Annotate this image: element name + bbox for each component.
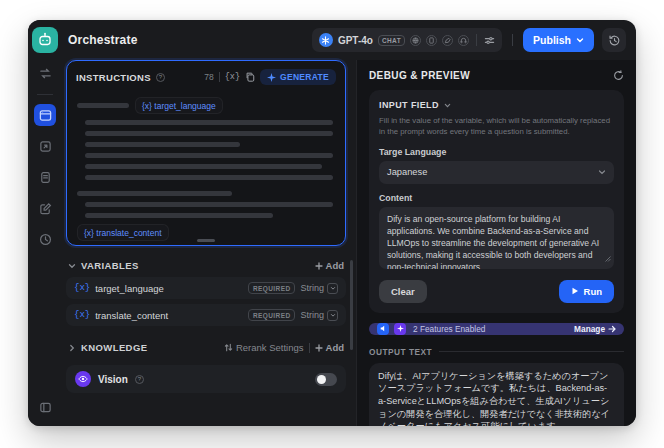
debug-preview-panel: DEBUG & PREVIEW INPUT FIELD Fill in the … xyxy=(356,60,636,426)
copy-icon[interactable] xyxy=(245,72,255,82)
rerank-settings-button[interactable]: Rerank Settings xyxy=(224,342,304,353)
history-clock-icon xyxy=(608,34,621,47)
openai-logo-icon xyxy=(319,33,333,47)
generate-label: GENERATE xyxy=(280,72,329,82)
version-history-button[interactable] xyxy=(602,28,626,52)
restart-icon[interactable] xyxy=(613,70,624,81)
collapse-sidebar-icon[interactable] xyxy=(34,396,56,418)
chevron-down-icon xyxy=(598,168,606,176)
model-selector[interactable]: GPT-4o CHAT xyxy=(312,28,502,52)
instructions-title: INSTRUCTIONS xyxy=(76,72,151,83)
run-label: Run xyxy=(584,286,602,297)
knowledge-header[interactable]: KNOWLEDGE Rerank Settings Add xyxy=(68,342,344,353)
capability-audio-icon xyxy=(458,35,469,46)
resize-corner-icon[interactable] xyxy=(605,253,611,265)
output-divider xyxy=(439,351,624,352)
suggest-feature-icon xyxy=(394,323,406,335)
plus-icon xyxy=(315,344,323,352)
instructions-body[interactable]: {x} target_language {x} translate_conten… xyxy=(67,89,345,245)
input-field-title: INPUT FIELD xyxy=(379,100,439,110)
plus-icon xyxy=(315,262,323,270)
required-badge: REQUIRED xyxy=(248,282,296,294)
left-rail xyxy=(28,20,62,426)
help-icon[interactable]: ? xyxy=(135,375,144,384)
clear-button[interactable]: Clear xyxy=(379,280,427,303)
rerank-icon xyxy=(224,343,233,352)
generate-button[interactable]: GENERATE xyxy=(260,69,336,85)
type-select-icon xyxy=(327,283,338,294)
language-select-value: Japanese xyxy=(387,167,598,177)
content-textarea[interactable]: Dify is an open-source platform for buil… xyxy=(379,207,614,269)
capability-document-icon xyxy=(426,35,437,46)
insert-variable-icon[interactable]: {x} xyxy=(225,72,240,82)
switch-app-icon[interactable] xyxy=(34,62,56,84)
model-name: GPT-4o xyxy=(338,35,373,46)
app-avatar-robot-icon[interactable] xyxy=(32,27,58,53)
features-bar[interactable]: 2 Features Enabled Manage xyxy=(369,323,624,335)
pill-divider xyxy=(476,34,477,46)
rail-divider xyxy=(37,94,53,95)
output-text-card: Difyは、AIアプリケーションを構築するためのオープンソースプラットフォームで… xyxy=(369,363,624,426)
required-badge: REQUIRED xyxy=(248,309,296,321)
language-select[interactable]: Japanese xyxy=(379,161,614,184)
help-icon[interactable]: ? xyxy=(156,73,165,82)
chevron-down-icon xyxy=(444,102,451,109)
manage-features-button[interactable]: Manage xyxy=(574,324,616,334)
chevron-down-icon xyxy=(576,36,584,44)
scrollbar[interactable] xyxy=(350,260,353,350)
vision-toggle[interactable] xyxy=(315,373,337,386)
variable-type[interactable]: String xyxy=(300,310,338,321)
output-text-title: OUTPUT TEXT xyxy=(369,347,432,357)
instructions-panel[interactable]: INSTRUCTIONS ? 78 {x} GENERATE xyxy=(66,60,346,246)
variable-icon: {x} xyxy=(74,310,90,320)
publish-label: Publish xyxy=(533,34,571,46)
debug-preview-title: DEBUG & PREVIEW xyxy=(369,70,613,81)
run-button[interactable]: Run xyxy=(559,280,614,303)
features-enabled-text: 2 Features Enabled xyxy=(413,324,485,334)
variables-header[interactable]: VARIABLES Add xyxy=(68,260,344,271)
app-window: Orchestrate GPT-4o CHAT xyxy=(28,20,636,426)
type-select-icon xyxy=(327,310,338,321)
speech-feature-icon xyxy=(377,323,389,335)
model-parameters-icon[interactable] xyxy=(484,35,495,46)
char-count: 78 xyxy=(204,72,213,82)
variable-icon: {x} xyxy=(74,283,90,293)
nav-api-access-icon[interactable] xyxy=(34,135,56,157)
content-field-label: Content xyxy=(379,193,614,203)
add-knowledge-button[interactable]: Add xyxy=(315,342,344,353)
knowledge-title: KNOWLEDGE xyxy=(81,342,147,353)
nav-logs-icon[interactable] xyxy=(34,166,56,188)
topbar-divider xyxy=(512,34,513,46)
input-field-header[interactable]: INPUT FIELD xyxy=(379,100,614,110)
variable-type[interactable]: String xyxy=(300,283,338,294)
variable-chip[interactable]: {x} translate_content xyxy=(77,224,169,241)
resize-handle[interactable] xyxy=(197,239,215,242)
play-icon xyxy=(571,287,579,295)
app-title: Orchestrate xyxy=(68,33,138,47)
orchestrate-column: INSTRUCTIONS ? 78 {x} GENERATE xyxy=(62,60,356,426)
input-field-card: INPUT FIELD Fill in the value of the var… xyxy=(369,90,624,313)
arrow-right-icon xyxy=(608,325,616,333)
variable-row[interactable]: {x} translate_content REQUIRED String xyxy=(66,304,346,326)
input-field-description: Fill in the value of the variable, which… xyxy=(379,115,614,138)
publish-button[interactable]: Publish xyxy=(523,28,594,52)
language-field-label: Targe Language xyxy=(379,147,614,157)
variable-chip[interactable]: {x} target_language xyxy=(135,97,223,114)
vision-label: Vision xyxy=(98,374,128,385)
chevron-down-icon xyxy=(68,262,76,270)
capability-pen-icon xyxy=(442,35,453,46)
instructions-header: INSTRUCTIONS ? 78 {x} GENERATE xyxy=(67,61,345,89)
nav-annotation-icon[interactable] xyxy=(34,197,56,219)
chevron-right-icon xyxy=(68,344,76,352)
nav-monitoring-icon[interactable] xyxy=(34,228,56,250)
vision-feature-row: Vision ? xyxy=(66,365,346,393)
variable-row[interactable]: {x} target_language REQUIRED String xyxy=(66,277,346,299)
output-text: Difyは、AIアプリケーションを構築するためのオープンソースプラットフォームで… xyxy=(378,371,610,426)
variables-title: VARIABLES xyxy=(81,260,139,271)
model-mode-badge: CHAT xyxy=(378,35,405,46)
nav-orchestrate-icon[interactable] xyxy=(34,104,56,126)
sparkle-icon xyxy=(267,73,276,82)
add-variable-button[interactable]: Add xyxy=(315,260,344,271)
top-bar: Orchestrate GPT-4o CHAT xyxy=(62,20,636,60)
capability-globe-icon xyxy=(410,35,421,46)
